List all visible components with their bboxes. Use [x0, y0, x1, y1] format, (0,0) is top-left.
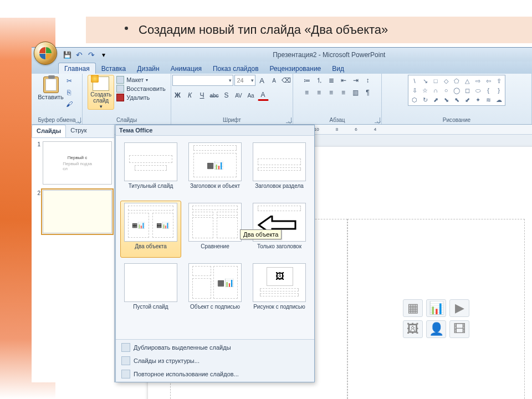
multilevel-button[interactable]: ≣ — [326, 75, 337, 86]
menu-reuse-slides[interactable]: Повторное использование слайдов... — [116, 367, 314, 381]
shape-item[interactable]: ⬭ — [473, 86, 483, 95]
new-slide-button[interactable]: Создать слайд ▼ — [88, 75, 114, 110]
tab-animation[interactable]: Анимация — [165, 63, 207, 74]
bullets-button[interactable]: ≔ — [301, 75, 313, 86]
group-label-paragraph: Абзац — [329, 116, 345, 124]
shape-item[interactable]: ⇨ — [473, 76, 483, 85]
shrink-font-button[interactable]: A — [269, 75, 280, 86]
dialog-launcher-icon[interactable] — [286, 117, 291, 123]
cut-icon[interactable]: ✂ — [64, 76, 74, 86]
shape-item[interactable]: ◯ — [452, 86, 462, 95]
tab-home[interactable]: Главная — [58, 63, 96, 74]
layout-option-1[interactable]: ▦📊Заголовок и объект — [185, 140, 245, 197]
shape-item[interactable]: { — [483, 86, 493, 95]
content-placeholder-right[interactable]: ▦📊▶🖼👤🎞 — [347, 219, 525, 399]
panel-tab-outline[interactable]: Струк — [66, 125, 91, 137]
shape-item[interactable]: ☆ — [420, 86, 430, 95]
qat-dropdown-icon[interactable]: ▾ — [99, 50, 108, 59]
shape-item[interactable]: ⬋ — [462, 95, 472, 104]
grow-font-button[interactable]: A — [257, 75, 268, 86]
font-size-combo[interactable]: 24 — [234, 75, 255, 86]
delete-button[interactable]: Удалить — [116, 94, 165, 101]
layout-option-8[interactable]: 🖼Рисунок с подписью — [249, 261, 310, 318]
change-case-button[interactable]: Aa — [245, 90, 257, 101]
office-button[interactable] — [34, 42, 57, 65]
layout-option-0[interactable]: Титульный слайд — [120, 140, 181, 197]
dialog-launcher-icon[interactable] — [375, 117, 380, 123]
shape-item[interactable]: \ — [410, 76, 420, 85]
shape-item[interactable]: ⬊ — [441, 95, 451, 104]
shape-item[interactable]: ☁ — [494, 95, 504, 104]
layout-button[interactable]: Макет▾ — [116, 76, 165, 84]
shape-item[interactable]: ⇧ — [494, 76, 504, 85]
dialog-launcher-icon[interactable] — [75, 117, 81, 123]
shape-item[interactable]: ◇ — [441, 76, 451, 85]
shape-item[interactable]: ≋ — [483, 95, 493, 104]
layout-option-6[interactable]: Пустой слайд — [120, 261, 181, 318]
save-icon[interactable]: 💾 — [63, 50, 71, 59]
shape-item[interactable]: ○ — [441, 86, 451, 95]
shape-item[interactable]: ⬉ — [452, 95, 462, 104]
shape-item[interactable]: ⇦ — [483, 76, 493, 85]
panel-tab-slides[interactable]: Слайды — [32, 125, 66, 137]
shape-item[interactable]: □ — [431, 76, 441, 85]
shape-item[interactable]: ⬈ — [431, 95, 441, 104]
font-name-combo[interactable] — [172, 75, 233, 86]
tab-review[interactable]: Рецензирование — [264, 63, 327, 74]
shape-item[interactable]: ↻ — [420, 95, 430, 104]
shape-item[interactable]: ✦ — [473, 95, 483, 104]
shape-item[interactable]: ⬡ — [410, 95, 420, 104]
tab-slideshow[interactable]: Показ слайдов — [207, 63, 264, 74]
layout-option-7[interactable]: ▦📊Объект с подписью — [185, 261, 245, 318]
paste-button[interactable]: Вставить — [40, 75, 62, 102]
line-spacing-button[interactable]: ↕ — [362, 75, 374, 86]
copy-icon[interactable]: ⎘ — [64, 88, 74, 98]
decrease-indent-button[interactable]: ⇤ — [338, 75, 349, 86]
reset-button[interactable]: Восстановить — [116, 85, 165, 93]
undo-icon[interactable]: ↶ — [75, 50, 84, 59]
redo-icon[interactable]: ↷ — [87, 50, 96, 59]
tab-insert[interactable]: Вставка — [96, 63, 132, 74]
tab-design[interactable]: Дизайн — [131, 63, 165, 74]
content-insert-icon[interactable]: 🖼 — [403, 320, 423, 338]
layout-option-4[interactable]: Сравнение — [185, 201, 245, 258]
shape-item[interactable]: ∩ — [431, 86, 441, 95]
menu-duplicate-slides[interactable]: Дублировать выделенные слайды — [116, 341, 314, 354]
align-right-button[interactable]: ≡ — [326, 87, 337, 98]
char-spacing-button[interactable]: AV — [233, 90, 244, 101]
shapes-gallery[interactable]: \↘□◇⬠△⇨⇦⇧⇩☆∩○◯◻⬭{}⬡↻⬈⬊⬉⬋✦≋☁ — [408, 75, 505, 106]
shadow-button[interactable]: S — [221, 90, 232, 101]
layout-option-2[interactable]: Заголовок раздела — [249, 140, 310, 197]
italic-button[interactable]: К — [185, 90, 196, 101]
underline-button[interactable]: Ч — [197, 90, 208, 101]
tab-view[interactable]: Вид — [326, 63, 350, 74]
numbering-button[interactable]: ⒈ — [314, 75, 325, 86]
font-color-button[interactable]: A — [258, 90, 269, 101]
text-direction-button[interactable]: ¶ — [362, 87, 374, 98]
shape-item[interactable]: ⬠ — [452, 76, 462, 85]
justify-button[interactable]: ≡ — [338, 87, 349, 98]
bold-button[interactable]: Ж — [172, 90, 183, 101]
slide-thumb-1[interactable]: 1 Первый с Первый подза сл — [34, 141, 112, 185]
shape-item[interactable]: ⇩ — [410, 86, 420, 95]
format-painter-icon[interactable]: 🖌 — [64, 99, 74, 109]
content-insert-icon[interactable]: ▦ — [403, 299, 423, 317]
content-insert-icon[interactable]: 🎞 — [449, 320, 469, 338]
clear-format-button[interactable]: ⌫ — [281, 75, 292, 86]
shape-item[interactable]: } — [494, 86, 504, 95]
content-insert-icon[interactable]: ▶ — [449, 299, 469, 317]
slide-thumb-2[interactable]: 2 — [34, 190, 112, 233]
content-insert-icon[interactable]: 📊 — [426, 299, 446, 317]
shape-item[interactable]: ◻ — [462, 86, 472, 95]
content-insert-icon[interactable]: 👤 — [426, 320, 446, 338]
increase-indent-button[interactable]: ⇥ — [350, 75, 361, 86]
menu-slides-from-outline[interactable]: Слайды из структуры... — [116, 354, 314, 367]
align-left-button[interactable]: ≡ — [301, 87, 313, 98]
align-center-button[interactable]: ≡ — [314, 87, 325, 98]
instruction-text: Создадим новый тип слайда «Два объекта» — [139, 23, 388, 37]
layout-option-3[interactable]: ▦📊▦📊Два объекта — [120, 201, 181, 258]
shape-item[interactable]: ↘ — [420, 76, 430, 85]
shape-item[interactable]: △ — [462, 76, 472, 85]
columns-button[interactable]: ▥ — [350, 87, 361, 98]
strike-button[interactable]: abc — [209, 90, 220, 101]
